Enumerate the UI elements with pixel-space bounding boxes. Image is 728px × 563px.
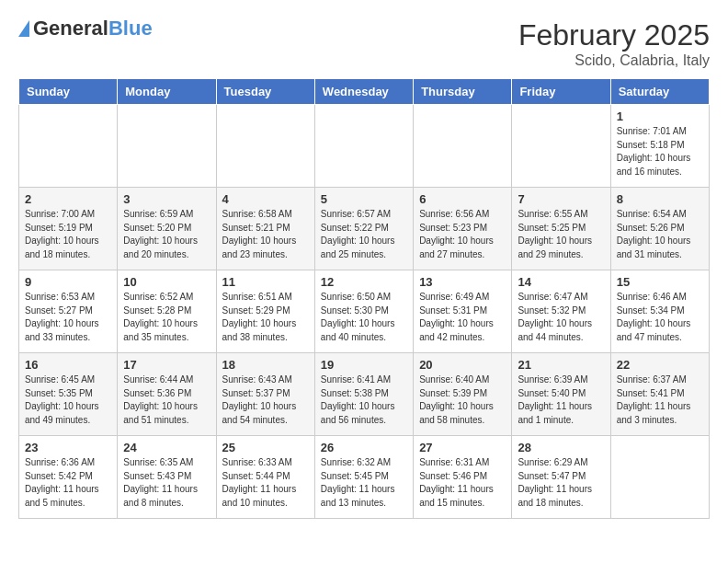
calendar-week-3: 16Sunrise: 6:45 AM Sunset: 5:35 PM Dayli… xyxy=(19,353,710,436)
weekday-header-friday: Friday xyxy=(512,79,610,105)
calendar-cell: 4Sunrise: 6:58 AM Sunset: 5:21 PM Daylig… xyxy=(216,188,314,270)
calendar-cell: 2Sunrise: 7:00 AM Sunset: 5:19 PM Daylig… xyxy=(19,188,118,270)
day-info: Sunrise: 6:32 AM Sunset: 5:45 PM Dayligh… xyxy=(321,456,407,510)
location: Scido, Calabria, Italy xyxy=(518,52,710,69)
day-info: Sunrise: 6:36 AM Sunset: 5:42 PM Dayligh… xyxy=(25,456,111,510)
calendar-cell: 15Sunrise: 6:46 AM Sunset: 5:34 PM Dayli… xyxy=(610,270,709,353)
day-info: Sunrise: 6:57 AM Sunset: 5:22 PM Dayligh… xyxy=(321,208,407,261)
day-info: Sunrise: 6:33 AM Sunset: 5:44 PM Dayligh… xyxy=(222,456,309,510)
calendar-cell: 12Sunrise: 6:50 AM Sunset: 5:30 PM Dayli… xyxy=(314,270,413,353)
calendar-cell: 16Sunrise: 6:45 AM Sunset: 5:35 PM Dayli… xyxy=(19,353,118,436)
day-number: 2 xyxy=(25,192,111,206)
calendar-cell xyxy=(414,105,512,188)
calendar-cell: 21Sunrise: 6:39 AM Sunset: 5:40 PM Dayli… xyxy=(512,353,610,436)
day-number: 19 xyxy=(321,358,407,372)
calendar-cell: 26Sunrise: 6:32 AM Sunset: 5:45 PM Dayli… xyxy=(314,436,413,519)
day-info: Sunrise: 7:00 AM Sunset: 5:19 PM Dayligh… xyxy=(25,208,111,261)
calendar-cell: 3Sunrise: 6:59 AM Sunset: 5:20 PM Daylig… xyxy=(118,188,216,270)
calendar-cell: 7Sunrise: 6:55 AM Sunset: 5:25 PM Daylig… xyxy=(512,188,610,270)
calendar-week-1: 2Sunrise: 7:00 AM Sunset: 5:19 PM Daylig… xyxy=(19,188,710,270)
day-info: Sunrise: 6:43 AM Sunset: 5:37 PM Dayligh… xyxy=(222,373,309,427)
calendar-cell: 18Sunrise: 6:43 AM Sunset: 5:37 PM Dayli… xyxy=(216,353,314,436)
day-info: Sunrise: 6:46 AM Sunset: 5:34 PM Dayligh… xyxy=(617,291,703,344)
calendar-cell: 13Sunrise: 6:49 AM Sunset: 5:31 PM Dayli… xyxy=(414,270,512,353)
calendar-cell: 24Sunrise: 6:35 AM Sunset: 5:43 PM Dayli… xyxy=(118,436,216,519)
weekday-header-row: SundayMondayTuesdayWednesdayThursdayFrid… xyxy=(19,79,710,105)
day-number: 5 xyxy=(321,192,407,206)
day-info: Sunrise: 6:58 AM Sunset: 5:21 PM Dayligh… xyxy=(222,208,309,261)
weekday-header-sunday: Sunday xyxy=(19,79,118,105)
day-number: 21 xyxy=(518,358,604,372)
day-number: 11 xyxy=(222,275,309,289)
day-number: 1 xyxy=(617,109,703,123)
day-info: Sunrise: 6:59 AM Sunset: 5:20 PM Dayligh… xyxy=(123,208,210,261)
calendar-cell: 5Sunrise: 6:57 AM Sunset: 5:22 PM Daylig… xyxy=(314,188,413,270)
logo-text: GeneralBlue xyxy=(33,18,153,39)
calendar-cell: 9Sunrise: 6:53 AM Sunset: 5:27 PM Daylig… xyxy=(19,270,118,353)
logo-general: General xyxy=(33,17,108,40)
day-number: 15 xyxy=(617,275,703,289)
day-info: Sunrise: 6:56 AM Sunset: 5:23 PM Dayligh… xyxy=(419,208,506,261)
day-number: 20 xyxy=(419,358,506,372)
day-info: Sunrise: 6:49 AM Sunset: 5:31 PM Dayligh… xyxy=(419,291,506,344)
logo-blue: Blue xyxy=(108,17,153,40)
day-info: Sunrise: 6:52 AM Sunset: 5:28 PM Dayligh… xyxy=(123,291,210,344)
calendar-cell: 20Sunrise: 6:40 AM Sunset: 5:39 PM Dayli… xyxy=(414,353,512,436)
calendar-week-4: 23Sunrise: 6:36 AM Sunset: 5:42 PM Dayli… xyxy=(19,436,710,519)
day-info: Sunrise: 6:29 AM Sunset: 5:47 PM Dayligh… xyxy=(518,456,604,510)
weekday-header-thursday: Thursday xyxy=(414,79,512,105)
calendar-cell: 17Sunrise: 6:44 AM Sunset: 5:36 PM Dayli… xyxy=(118,353,216,436)
calendar-cell: 23Sunrise: 6:36 AM Sunset: 5:42 PM Dayli… xyxy=(19,436,118,519)
month-title: February 2025 xyxy=(518,18,710,52)
day-info: Sunrise: 6:55 AM Sunset: 5:25 PM Dayligh… xyxy=(518,208,604,261)
day-info: Sunrise: 6:41 AM Sunset: 5:38 PM Dayligh… xyxy=(321,373,407,427)
calendar-cell xyxy=(118,105,216,188)
calendar-cell: 19Sunrise: 6:41 AM Sunset: 5:38 PM Dayli… xyxy=(314,353,413,436)
title-section: February 2025 Scido, Calabria, Italy xyxy=(518,18,710,69)
day-number: 12 xyxy=(321,275,407,289)
calendar-cell: 28Sunrise: 6:29 AM Sunset: 5:47 PM Dayli… xyxy=(512,436,610,519)
calendar-cell: 10Sunrise: 6:52 AM Sunset: 5:28 PM Dayli… xyxy=(118,270,216,353)
day-number: 23 xyxy=(25,441,111,454)
day-number: 3 xyxy=(123,192,210,206)
calendar-cell xyxy=(216,105,314,188)
day-number: 10 xyxy=(123,275,210,289)
weekday-header-saturday: Saturday xyxy=(610,79,709,105)
day-info: Sunrise: 6:31 AM Sunset: 5:46 PM Dayligh… xyxy=(419,456,506,510)
calendar-cell xyxy=(314,105,413,188)
weekday-header-tuesday: Tuesday xyxy=(216,79,314,105)
day-number: 9 xyxy=(25,275,111,289)
page-header: GeneralBlue February 2025 Scido, Calabri… xyxy=(18,18,710,69)
calendar-cell: 25Sunrise: 6:33 AM Sunset: 5:44 PM Dayli… xyxy=(216,436,314,519)
logo: GeneralBlue xyxy=(18,18,153,39)
day-number: 6 xyxy=(419,192,506,206)
day-number: 17 xyxy=(123,358,210,372)
calendar-cell: 11Sunrise: 6:51 AM Sunset: 5:29 PM Dayli… xyxy=(216,270,314,353)
calendar-cell: 14Sunrise: 6:47 AM Sunset: 5:32 PM Dayli… xyxy=(512,270,610,353)
day-info: Sunrise: 6:37 AM Sunset: 5:41 PM Dayligh… xyxy=(617,373,703,427)
day-number: 24 xyxy=(123,441,210,454)
day-info: Sunrise: 6:51 AM Sunset: 5:29 PM Dayligh… xyxy=(222,291,309,344)
day-info: Sunrise: 6:50 AM Sunset: 5:30 PM Dayligh… xyxy=(321,291,407,344)
day-info: Sunrise: 6:39 AM Sunset: 5:40 PM Dayligh… xyxy=(518,373,604,427)
day-number: 22 xyxy=(617,358,703,372)
day-info: Sunrise: 6:35 AM Sunset: 5:43 PM Dayligh… xyxy=(123,456,210,510)
calendar-cell xyxy=(512,105,610,188)
day-number: 27 xyxy=(419,441,506,454)
calendar-cell: 22Sunrise: 6:37 AM Sunset: 5:41 PM Dayli… xyxy=(610,353,709,436)
day-info: Sunrise: 6:53 AM Sunset: 5:27 PM Dayligh… xyxy=(25,291,111,344)
day-number: 25 xyxy=(222,441,309,454)
calendar-cell: 27Sunrise: 6:31 AM Sunset: 5:46 PM Dayli… xyxy=(414,436,512,519)
day-number: 4 xyxy=(222,192,309,206)
calendar-cell: 8Sunrise: 6:54 AM Sunset: 5:26 PM Daylig… xyxy=(610,188,709,270)
day-info: Sunrise: 6:40 AM Sunset: 5:39 PM Dayligh… xyxy=(419,373,506,427)
day-info: Sunrise: 6:45 AM Sunset: 5:35 PM Dayligh… xyxy=(25,373,111,427)
calendar-week-2: 9Sunrise: 6:53 AM Sunset: 5:27 PM Daylig… xyxy=(19,270,710,353)
day-info: Sunrise: 6:54 AM Sunset: 5:26 PM Dayligh… xyxy=(617,208,703,261)
calendar-table: SundayMondayTuesdayWednesdayThursdayFrid… xyxy=(18,78,710,519)
day-info: Sunrise: 6:44 AM Sunset: 5:36 PM Dayligh… xyxy=(123,373,210,427)
weekday-header-monday: Monday xyxy=(118,79,216,105)
calendar-cell xyxy=(610,436,709,519)
day-number: 28 xyxy=(518,441,604,454)
day-number: 14 xyxy=(518,275,604,289)
